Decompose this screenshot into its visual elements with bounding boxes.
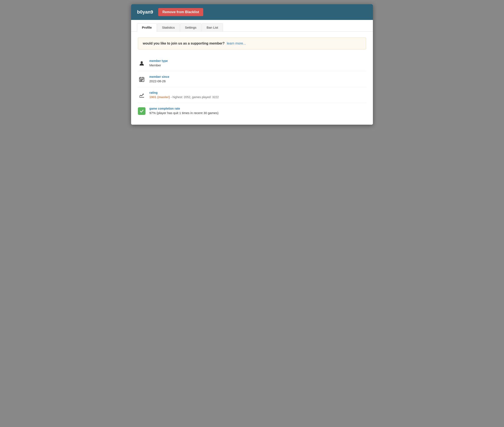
rating-value: 1901 (master) - highest: 2052, games pla… — [149, 95, 219, 99]
member-type-section: member type Member — [138, 55, 366, 71]
rating-highlight: 1901 (master) — [149, 95, 170, 99]
svg-rect-8 — [140, 80, 141, 81]
member-since-content: member since 2022-08-26 — [149, 75, 169, 83]
tab-profile[interactable]: Profile — [137, 23, 157, 32]
tab-bar: Profile Statistics Settings Ban List — [131, 20, 373, 32]
svg-rect-6 — [141, 79, 142, 80]
completion-rate-section: game completion rate 97% (player has qui… — [138, 103, 366, 119]
tab-content-profile: would you like to join us as a supportin… — [131, 32, 373, 125]
promo-learn-more-link[interactable]: learn more... — [227, 42, 246, 45]
member-type-content: member type Member — [149, 59, 168, 67]
svg-rect-9 — [141, 80, 142, 81]
chart-icon — [138, 91, 146, 99]
person-icon — [138, 60, 146, 67]
member-type-value: Member — [149, 63, 168, 67]
rating-detail: - highest: 2052, games played: 3222 — [171, 95, 219, 99]
svg-rect-5 — [140, 79, 141, 80]
completion-rate-content: game completion rate 97% (player has qui… — [149, 107, 218, 115]
rating-section: rating 1901 (master) - highest: 2052, ga… — [138, 87, 366, 103]
remove-blacklist-button[interactable]: Remove from Blacklist — [158, 8, 203, 16]
svg-rect-7 — [142, 79, 143, 80]
calendar-icon — [138, 76, 146, 83]
checkmark-icon — [138, 107, 146, 115]
member-since-value: 2022-08-26 — [149, 79, 169, 83]
promo-text: would you like to join us as a supportin… — [143, 42, 225, 45]
member-since-label: member since — [149, 75, 169, 78]
username-label: b0yan9 — [137, 9, 153, 15]
rating-content: rating 1901 (master) - highest: 2052, ga… — [149, 91, 219, 99]
modal-container: b0yan9 Remove from Blacklist Profile Sta… — [131, 4, 373, 125]
completion-rate-label: game completion rate — [149, 107, 218, 110]
tab-settings[interactable]: Settings — [180, 23, 201, 31]
completion-rate-value: 97% (player has quit 1 times in recent 3… — [149, 111, 218, 115]
tab-banlist[interactable]: Ban List — [202, 23, 223, 31]
svg-point-0 — [141, 61, 143, 63]
modal-header: b0yan9 Remove from Blacklist — [131, 4, 373, 20]
rating-label: rating — [149, 91, 219, 94]
member-since-section: member since 2022-08-26 — [138, 71, 366, 87]
member-type-label: member type — [149, 59, 168, 62]
tab-statistics[interactable]: Statistics — [157, 23, 180, 31]
promo-banner: would you like to join us as a supportin… — [138, 38, 366, 49]
